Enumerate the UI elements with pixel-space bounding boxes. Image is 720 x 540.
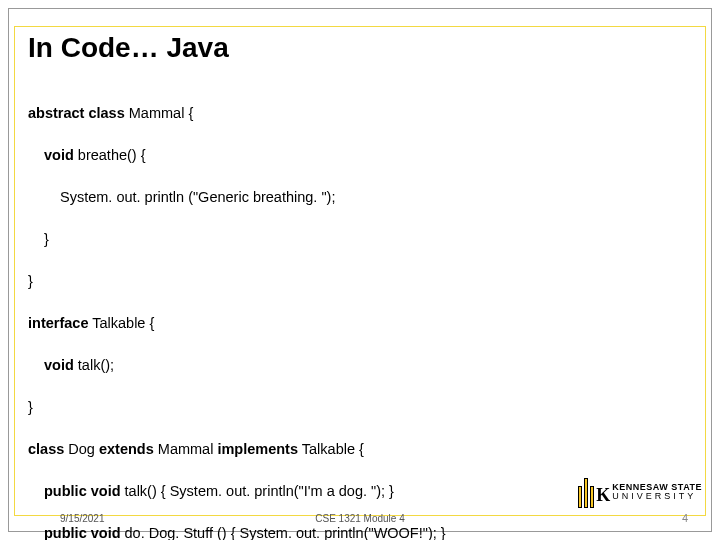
slide-title: In Code… Java [28, 32, 229, 64]
footer-page-number: 4 [682, 512, 688, 524]
logo-mark-icon: K [578, 476, 606, 508]
code-line: } [28, 397, 692, 418]
code-line: abstract class Mammal { [28, 103, 692, 124]
code-line: System. out. println ("Generic breathing… [28, 187, 692, 208]
code-line: void breathe() { [28, 145, 692, 166]
code-line: class Dog extends Mammal implements Talk… [28, 439, 692, 460]
code-line: } [28, 229, 692, 250]
university-logo: K KENNESAW STATE UNIVERSITY [578, 476, 702, 508]
code-block: abstract class Mammal { void breathe() {… [28, 82, 692, 540]
footer-module: CSE 1321 Module 4 [315, 513, 405, 524]
code-line: public void do. Dog. Stuff () { System. … [28, 523, 692, 540]
footer-date: 9/15/2021 [60, 513, 105, 524]
code-line: interface Talkable { [28, 313, 692, 334]
code-line: void talk(); [28, 355, 692, 376]
logo-text: KENNESAW STATE UNIVERSITY [612, 483, 702, 502]
code-line: } [28, 271, 692, 292]
